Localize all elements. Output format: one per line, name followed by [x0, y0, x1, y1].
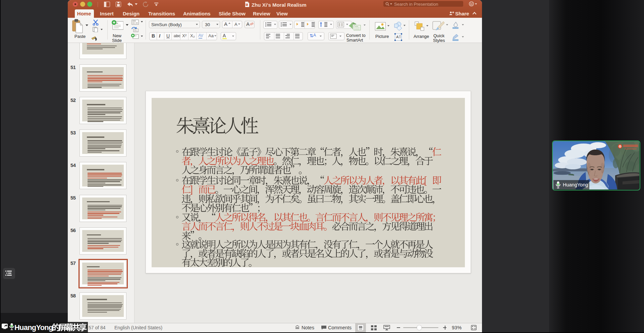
svg-text:A: A	[396, 35, 399, 39]
svg-text:P: P	[246, 4, 247, 6]
